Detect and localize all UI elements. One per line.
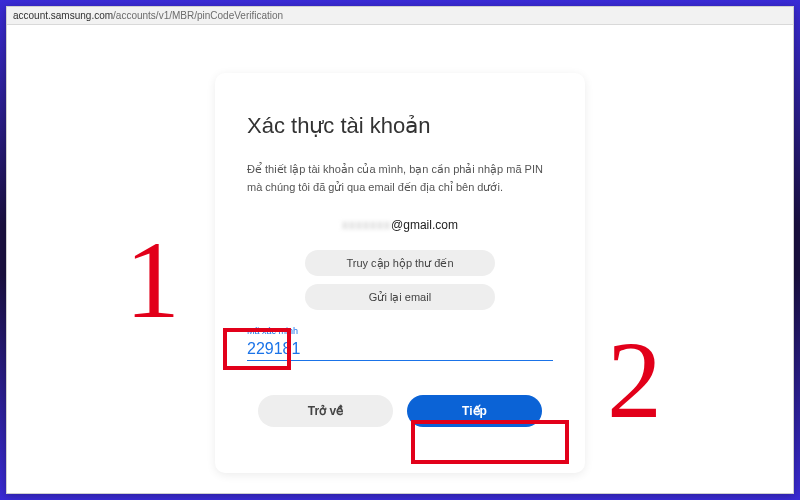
email-display: xxxxxxx@gmail.com [247,218,553,232]
helper-buttons: Truy cập hộp thư đến Gửi lại email [247,250,553,310]
annotation-step-2: 2 [607,325,662,435]
action-buttons: Trở về Tiếp [247,395,553,427]
back-button[interactable]: Trở về [258,395,393,427]
email-domain: @gmail.com [391,218,458,232]
url-host: account.samsung.com [13,10,113,21]
verification-card: Xác thực tài khoản Để thiết lập tài khoả… [215,73,585,473]
annotation-step-1: 1 [125,225,180,335]
next-button[interactable]: Tiếp [407,395,542,427]
url-path: /accounts/v1/MBR/pinCodeVerification [113,10,283,21]
open-inbox-button[interactable]: Truy cập hộp thư đến [305,250,495,276]
verification-code-input[interactable] [247,338,553,361]
resend-email-button[interactable]: Gửi lại email [305,284,495,310]
page-title: Xác thực tài khoản [247,113,553,139]
verification-code-label: Mã xác minh [247,326,298,336]
instruction-text: Để thiết lập tài khoản của mình, bạn cần… [247,161,553,196]
address-bar: account.samsung.com/accounts/v1/MBR/pinC… [7,7,793,25]
browser-window: account.samsung.com/accounts/v1/MBR/pinC… [6,6,794,494]
verification-code-field: Mã xác minh [247,338,553,361]
email-masked-prefix: xxxxxxx [342,218,391,232]
page-viewport: Xác thực tài khoản Để thiết lập tài khoả… [7,25,793,493]
